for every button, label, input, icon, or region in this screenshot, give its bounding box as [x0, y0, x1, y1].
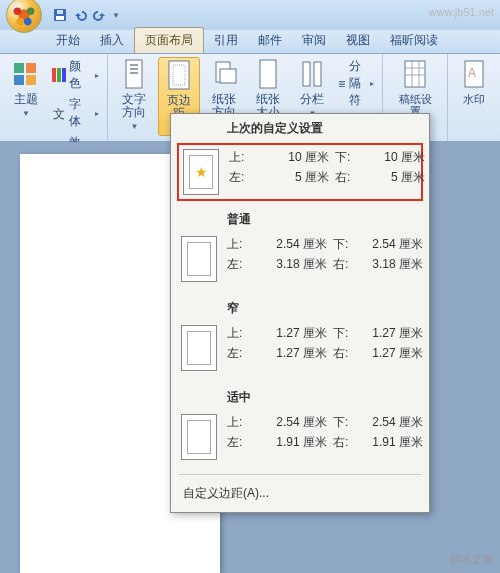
svg-rect-11: [26, 75, 36, 85]
svg-rect-12: [52, 68, 56, 82]
svg-rect-24: [220, 69, 236, 83]
dd-custom-margins[interactable]: 自定义边距(A)...: [171, 479, 429, 508]
svg-rect-17: [126, 60, 142, 88]
save-icon[interactable]: [52, 7, 68, 23]
manuscript-button[interactable]: 稿纸设置: [389, 57, 441, 119]
title-bar: ▼: [0, 0, 500, 30]
dd-item-moderate[interactable]: 上:2.54 厘米 下:2.54 厘米 左:1.91 厘米 右:1.91 厘米: [171, 410, 429, 464]
svg-rect-26: [303, 62, 310, 86]
svg-point-2: [27, 7, 35, 15]
svg-rect-9: [26, 63, 36, 73]
dd-item-lastcustom[interactable]: 上:10 厘米 下:10 厘米 左:5 厘米 右:5 厘米: [177, 143, 423, 201]
svg-point-4: [24, 18, 32, 26]
dd-custom-header: 上次的自定义设置: [171, 118, 429, 141]
breaks-button[interactable]: ≡分隔符 ▸: [336, 57, 376, 110]
textdir-icon: [118, 59, 150, 91]
svg-rect-28: [405, 61, 425, 87]
themes-label: 主题: [14, 92, 38, 106]
svg-rect-25: [260, 60, 276, 88]
svg-point-3: [16, 18, 24, 26]
dd-item-narrow[interactable]: 上:1.27 厘米 下:1.27 厘米 左:1.27 厘米 右:1.27 厘米: [171, 321, 429, 375]
tab-pagelayout[interactable]: 页面布局: [134, 27, 204, 53]
margins-icon: [163, 60, 195, 92]
breaks-icon: ≡: [338, 77, 345, 91]
tab-view[interactable]: 视图: [336, 28, 380, 53]
margin-thumb-icon: [181, 325, 217, 371]
tab-insert[interactable]: 插入: [90, 28, 134, 53]
ribbon-tabs: 开始 插入 页面布局 引用 邮件 审阅 视图 福昕阅读: [0, 30, 500, 54]
quick-access-toolbar: ▼: [52, 7, 120, 23]
svg-rect-6: [56, 16, 64, 20]
manuscript-icon: [399, 59, 431, 91]
margins-dropdown: 上次的自定义设置 上:10 厘米 下:10 厘米 左:5 厘米 右:5 厘米 普…: [170, 113, 430, 513]
size-icon: [252, 59, 284, 91]
fonts-button[interactable]: 文字体 ▸: [50, 95, 101, 131]
qat-dropdown-icon[interactable]: ▼: [112, 11, 120, 20]
tab-mailings[interactable]: 邮件: [248, 28, 292, 53]
margin-thumb-icon: [181, 414, 217, 460]
svg-rect-10: [14, 75, 24, 85]
tab-references[interactable]: 引用: [204, 28, 248, 53]
columns-button[interactable]: 分栏▼: [292, 57, 332, 121]
svg-text:文: 文: [53, 107, 65, 120]
dd-normal-header: 普通: [171, 209, 429, 232]
group-watermark: A 水印: [448, 54, 500, 141]
office-button[interactable]: [6, 0, 42, 33]
dd-narrow-header: 窄: [171, 298, 429, 321]
group-themes: 主题▼ 颜色 ▸ 文字体 ▸ 效果 ▸ 主题: [0, 54, 108, 141]
colors-button[interactable]: 颜色 ▸: [50, 57, 101, 93]
themes-icon: [10, 59, 42, 91]
margin-thumb-icon: [181, 236, 217, 282]
themes-button[interactable]: 主题▼: [6, 57, 46, 121]
textdir-button[interactable]: 文字方向▼: [114, 57, 154, 134]
redo-icon[interactable]: [92, 7, 108, 23]
tab-review[interactable]: 审阅: [292, 28, 336, 53]
svg-point-1: [14, 7, 22, 15]
svg-text:A: A: [468, 66, 476, 80]
svg-rect-14: [62, 68, 66, 82]
fonts-icon: 文: [52, 106, 66, 120]
colors-icon: [52, 68, 66, 82]
svg-rect-7: [57, 10, 63, 14]
undo-icon[interactable]: [72, 7, 88, 23]
dd-item-normal[interactable]: 上:2.54 厘米 下:2.54 厘米 左:3.18 厘米 右:3.18 厘米: [171, 232, 429, 286]
tab-home[interactable]: 开始: [46, 28, 90, 53]
columns-icon: [296, 59, 328, 91]
svg-rect-27: [314, 62, 321, 86]
svg-rect-8: [14, 63, 24, 73]
dd-moderate-header: 适中: [171, 387, 429, 410]
orient-icon: [208, 59, 240, 91]
dd-separator: [179, 474, 421, 475]
tab-foxit[interactable]: 福昕阅读: [380, 28, 448, 53]
margin-thumb-icon: [183, 149, 219, 195]
watermark-button[interactable]: A 水印: [454, 57, 494, 107]
watermark-icon: A: [458, 59, 490, 91]
svg-rect-13: [57, 68, 61, 82]
